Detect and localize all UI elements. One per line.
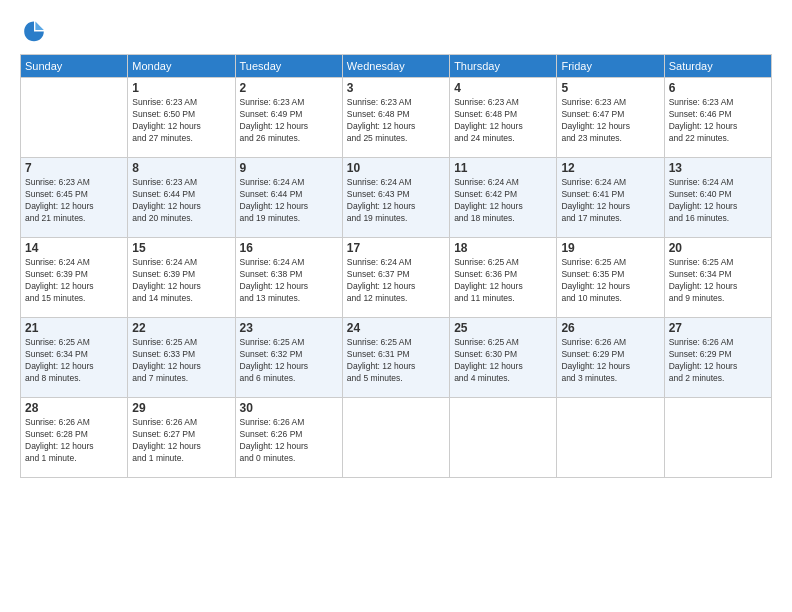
day-cell xyxy=(557,398,664,478)
day-cell: 22Sunrise: 6:25 AM Sunset: 6:33 PM Dayli… xyxy=(128,318,235,398)
day-number: 10 xyxy=(347,161,445,175)
day-cell xyxy=(450,398,557,478)
day-number: 8 xyxy=(132,161,230,175)
day-info: Sunrise: 6:26 AM Sunset: 6:29 PM Dayligh… xyxy=(561,337,659,385)
day-cell xyxy=(664,398,771,478)
day-cell: 6Sunrise: 6:23 AM Sunset: 6:46 PM Daylig… xyxy=(664,78,771,158)
day-cell: 10Sunrise: 6:24 AM Sunset: 6:43 PM Dayli… xyxy=(342,158,449,238)
day-number: 7 xyxy=(25,161,123,175)
day-number: 15 xyxy=(132,241,230,255)
day-info: Sunrise: 6:25 AM Sunset: 6:31 PM Dayligh… xyxy=(347,337,445,385)
weekday-header-tuesday: Tuesday xyxy=(235,55,342,78)
day-number: 1 xyxy=(132,81,230,95)
day-number: 20 xyxy=(669,241,767,255)
week-row-3: 14Sunrise: 6:24 AM Sunset: 6:39 PM Dayli… xyxy=(21,238,772,318)
day-info: Sunrise: 6:23 AM Sunset: 6:47 PM Dayligh… xyxy=(561,97,659,145)
logo-icon xyxy=(20,16,48,44)
day-info: Sunrise: 6:25 AM Sunset: 6:30 PM Dayligh… xyxy=(454,337,552,385)
day-info: Sunrise: 6:24 AM Sunset: 6:43 PM Dayligh… xyxy=(347,177,445,225)
day-cell: 11Sunrise: 6:24 AM Sunset: 6:42 PM Dayli… xyxy=(450,158,557,238)
day-number: 28 xyxy=(25,401,123,415)
day-cell: 1Sunrise: 6:23 AM Sunset: 6:50 PM Daylig… xyxy=(128,78,235,158)
calendar: SundayMondayTuesdayWednesdayThursdayFrid… xyxy=(20,54,772,478)
day-cell: 18Sunrise: 6:25 AM Sunset: 6:36 PM Dayli… xyxy=(450,238,557,318)
day-number: 30 xyxy=(240,401,338,415)
day-info: Sunrise: 6:26 AM Sunset: 6:28 PM Dayligh… xyxy=(25,417,123,465)
day-info: Sunrise: 6:23 AM Sunset: 6:49 PM Dayligh… xyxy=(240,97,338,145)
day-info: Sunrise: 6:24 AM Sunset: 6:39 PM Dayligh… xyxy=(25,257,123,305)
day-cell: 15Sunrise: 6:24 AM Sunset: 6:39 PM Dayli… xyxy=(128,238,235,318)
day-info: Sunrise: 6:24 AM Sunset: 6:42 PM Dayligh… xyxy=(454,177,552,225)
weekday-header-monday: Monday xyxy=(128,55,235,78)
day-number: 2 xyxy=(240,81,338,95)
day-info: Sunrise: 6:23 AM Sunset: 6:46 PM Dayligh… xyxy=(669,97,767,145)
day-info: Sunrise: 6:25 AM Sunset: 6:36 PM Dayligh… xyxy=(454,257,552,305)
day-number: 29 xyxy=(132,401,230,415)
day-info: Sunrise: 6:24 AM Sunset: 6:44 PM Dayligh… xyxy=(240,177,338,225)
day-cell: 21Sunrise: 6:25 AM Sunset: 6:34 PM Dayli… xyxy=(21,318,128,398)
day-cell: 4Sunrise: 6:23 AM Sunset: 6:48 PM Daylig… xyxy=(450,78,557,158)
weekday-header-saturday: Saturday xyxy=(664,55,771,78)
day-info: Sunrise: 6:26 AM Sunset: 6:29 PM Dayligh… xyxy=(669,337,767,385)
day-cell: 8Sunrise: 6:23 AM Sunset: 6:44 PM Daylig… xyxy=(128,158,235,238)
day-cell: 2Sunrise: 6:23 AM Sunset: 6:49 PM Daylig… xyxy=(235,78,342,158)
day-number: 16 xyxy=(240,241,338,255)
day-number: 22 xyxy=(132,321,230,335)
week-row-4: 21Sunrise: 6:25 AM Sunset: 6:34 PM Dayli… xyxy=(21,318,772,398)
day-info: Sunrise: 6:24 AM Sunset: 6:41 PM Dayligh… xyxy=(561,177,659,225)
day-info: Sunrise: 6:23 AM Sunset: 6:45 PM Dayligh… xyxy=(25,177,123,225)
day-cell: 24Sunrise: 6:25 AM Sunset: 6:31 PM Dayli… xyxy=(342,318,449,398)
week-row-5: 28Sunrise: 6:26 AM Sunset: 6:28 PM Dayli… xyxy=(21,398,772,478)
day-number: 14 xyxy=(25,241,123,255)
day-info: Sunrise: 6:24 AM Sunset: 6:40 PM Dayligh… xyxy=(669,177,767,225)
day-info: Sunrise: 6:23 AM Sunset: 6:48 PM Dayligh… xyxy=(454,97,552,145)
day-cell: 25Sunrise: 6:25 AM Sunset: 6:30 PM Dayli… xyxy=(450,318,557,398)
day-number: 17 xyxy=(347,241,445,255)
day-cell xyxy=(21,78,128,158)
day-cell: 9Sunrise: 6:24 AM Sunset: 6:44 PM Daylig… xyxy=(235,158,342,238)
day-info: Sunrise: 6:25 AM Sunset: 6:35 PM Dayligh… xyxy=(561,257,659,305)
day-number: 25 xyxy=(454,321,552,335)
day-number: 26 xyxy=(561,321,659,335)
day-number: 12 xyxy=(561,161,659,175)
day-number: 27 xyxy=(669,321,767,335)
day-info: Sunrise: 6:24 AM Sunset: 6:37 PM Dayligh… xyxy=(347,257,445,305)
day-cell: 23Sunrise: 6:25 AM Sunset: 6:32 PM Dayli… xyxy=(235,318,342,398)
day-info: Sunrise: 6:23 AM Sunset: 6:50 PM Dayligh… xyxy=(132,97,230,145)
day-number: 21 xyxy=(25,321,123,335)
day-cell: 3Sunrise: 6:23 AM Sunset: 6:48 PM Daylig… xyxy=(342,78,449,158)
day-number: 19 xyxy=(561,241,659,255)
day-cell: 29Sunrise: 6:26 AM Sunset: 6:27 PM Dayli… xyxy=(128,398,235,478)
day-info: Sunrise: 6:25 AM Sunset: 6:34 PM Dayligh… xyxy=(25,337,123,385)
day-info: Sunrise: 6:25 AM Sunset: 6:33 PM Dayligh… xyxy=(132,337,230,385)
day-cell: 28Sunrise: 6:26 AM Sunset: 6:28 PM Dayli… xyxy=(21,398,128,478)
weekday-header-row: SundayMondayTuesdayWednesdayThursdayFrid… xyxy=(21,55,772,78)
day-info: Sunrise: 6:23 AM Sunset: 6:48 PM Dayligh… xyxy=(347,97,445,145)
day-cell: 17Sunrise: 6:24 AM Sunset: 6:37 PM Dayli… xyxy=(342,238,449,318)
day-number: 13 xyxy=(669,161,767,175)
header xyxy=(20,16,772,44)
day-info: Sunrise: 6:26 AM Sunset: 6:27 PM Dayligh… xyxy=(132,417,230,465)
day-number: 4 xyxy=(454,81,552,95)
day-number: 5 xyxy=(561,81,659,95)
day-cell: 7Sunrise: 6:23 AM Sunset: 6:45 PM Daylig… xyxy=(21,158,128,238)
day-number: 24 xyxy=(347,321,445,335)
day-cell: 13Sunrise: 6:24 AM Sunset: 6:40 PM Dayli… xyxy=(664,158,771,238)
page: SundayMondayTuesdayWednesdayThursdayFrid… xyxy=(0,0,792,612)
day-number: 18 xyxy=(454,241,552,255)
day-cell: 26Sunrise: 6:26 AM Sunset: 6:29 PM Dayli… xyxy=(557,318,664,398)
weekday-header-thursday: Thursday xyxy=(450,55,557,78)
day-cell: 14Sunrise: 6:24 AM Sunset: 6:39 PM Dayli… xyxy=(21,238,128,318)
week-row-2: 7Sunrise: 6:23 AM Sunset: 6:45 PM Daylig… xyxy=(21,158,772,238)
day-cell xyxy=(342,398,449,478)
day-cell: 27Sunrise: 6:26 AM Sunset: 6:29 PM Dayli… xyxy=(664,318,771,398)
day-cell: 12Sunrise: 6:24 AM Sunset: 6:41 PM Dayli… xyxy=(557,158,664,238)
day-cell: 30Sunrise: 6:26 AM Sunset: 6:26 PM Dayli… xyxy=(235,398,342,478)
logo xyxy=(20,16,52,44)
day-number: 3 xyxy=(347,81,445,95)
weekday-header-friday: Friday xyxy=(557,55,664,78)
day-cell: 5Sunrise: 6:23 AM Sunset: 6:47 PM Daylig… xyxy=(557,78,664,158)
day-number: 23 xyxy=(240,321,338,335)
day-cell: 20Sunrise: 6:25 AM Sunset: 6:34 PM Dayli… xyxy=(664,238,771,318)
day-number: 6 xyxy=(669,81,767,95)
